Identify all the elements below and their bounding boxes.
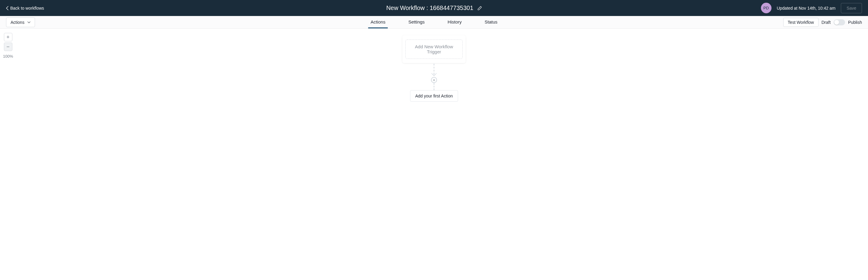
draft-label: Draft [822,20,831,25]
test-workflow-button[interactable]: Test Workflow [783,18,818,27]
publish-label: Publish [848,20,862,25]
zoom-in-button[interactable]: + [4,33,12,41]
actions-dropdown-label: Actions [10,20,25,25]
workflow-canvas[interactable]: + − 100% Add New Workflow Trigger + Add … [0,29,868,161]
chevron-down-icon [27,22,30,23]
draft-publish-toggle[interactable] [834,19,845,25]
tab-status[interactable]: Status [482,16,500,28]
toggle-knob [834,20,839,25]
add-trigger-button[interactable]: Add New Workflow Trigger [405,39,463,59]
top-bar: Back to workflows New Workflow : 1668447… [0,0,868,16]
chevron-left-icon [6,6,8,10]
add-first-action-button[interactable]: Add your first Action [410,90,458,102]
tab-actions[interactable]: Actions [368,16,388,28]
zoom-percentage: 100% [3,52,13,59]
tab-history[interactable]: History [445,16,464,28]
sub-bar-right: Test Workflow Draft Publish [783,18,862,27]
avatar[interactable]: PD [761,3,772,13]
trigger-card: Add New Workflow Trigger [402,35,466,63]
connector-line-2 [434,83,434,90]
title-area: New Workflow : 1668447735301 [386,4,482,11]
back-label: Back to workflows [10,6,44,10]
save-button[interactable]: Save [841,3,862,13]
sub-bar: Actions Actions Settings History Status … [0,16,868,29]
tab-settings[interactable]: Settings [406,16,427,28]
workflow-title: New Workflow : 1668447735301 [386,4,473,11]
tabs: Actions Settings History Status [368,16,500,28]
back-to-workflows-link[interactable]: Back to workflows [6,6,44,10]
top-right: PD Updated at Nov 14th, 10:42 am Save [761,3,862,13]
edit-icon[interactable] [477,6,482,10]
actions-dropdown[interactable]: Actions [6,18,35,27]
updated-timestamp: Updated at Nov 14th, 10:42 am [777,6,836,10]
zoom-out-button[interactable]: − [4,42,12,51]
add-node-button[interactable]: + [431,77,437,83]
arrow-icon [431,73,437,77]
zoom-controls: + − 100% [3,33,13,59]
